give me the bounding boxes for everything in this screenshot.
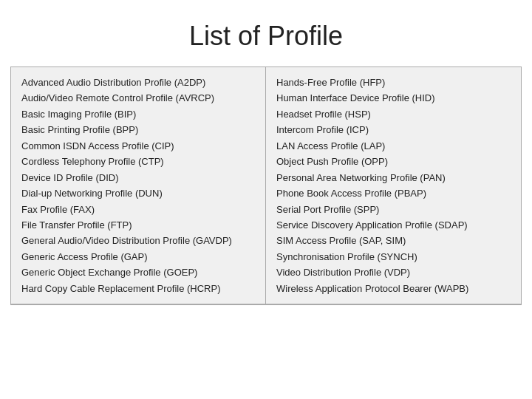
list-item: LAN Access Profile (LAP) xyxy=(276,138,511,154)
list-item: Human Interface Device Profile (HID) xyxy=(276,90,511,106)
list-item: Fax Profile (FAX) xyxy=(21,202,255,217)
list-item: Cordless Telephony Profile (CTP) xyxy=(21,154,255,169)
list-item: Video Distribution Profile (VDP) xyxy=(276,265,511,280)
list-item: Headset Profile (HSP) xyxy=(276,106,511,122)
list-item: Generic Object Exchange Profile (GOEP) xyxy=(21,265,255,280)
list-item: Intercom Profile (ICP) xyxy=(276,122,511,137)
profiles-table: Advanced Audio Distribution Profile (A2D… xyxy=(10,66,522,305)
list-item: Common ISDN Access Profile (CIP) xyxy=(21,138,255,154)
profiles-row: Advanced Audio Distribution Profile (A2D… xyxy=(11,67,521,304)
list-item: Service Discovery Application Profile (S… xyxy=(276,217,511,233)
list-item: Hands-Free Profile (HFP) xyxy=(276,75,511,90)
page-title: List of Profile xyxy=(0,0,532,66)
list-item: Synchronisation Profile (SYNCH) xyxy=(276,249,511,265)
list-item: File Transfer Profile (FTP) xyxy=(21,217,255,233)
list-item: Generic Access Profile (GAP) xyxy=(21,249,255,265)
left-column: Advanced Audio Distribution Profile (A2D… xyxy=(11,67,266,304)
list-item: Basic Printing Profile (BPP) xyxy=(21,122,255,137)
list-item: SIM Access Profile (SAP, SIM) xyxy=(276,233,511,248)
list-item: Hard Copy Cable Replacement Profile (HCR… xyxy=(21,281,255,296)
list-item: Device ID Profile (DID) xyxy=(21,170,255,185)
list-item: General Audio/Video Distribution Profile… xyxy=(21,233,255,248)
list-item: Personal Area Networking Profile (PAN) xyxy=(276,170,511,185)
list-item: Audio/Video Remote Control Profile (AVRC… xyxy=(21,90,255,106)
list-item: Serial Port Profile (SPP) xyxy=(276,202,511,217)
list-item: Dial-up Networking Profile (DUN) xyxy=(21,185,255,201)
list-item: Wireless Application Protocol Bearer (WA… xyxy=(276,281,511,296)
list-item: Phone Book Access Profile (PBAP) xyxy=(276,185,511,201)
list-item: Advanced Audio Distribution Profile (A2D… xyxy=(21,75,255,90)
list-item: Object Push Profile (OPP) xyxy=(276,154,511,169)
list-item: Basic Imaging Profile (BIP) xyxy=(21,106,255,122)
right-column: Hands-Free Profile (HFP)Human Interface … xyxy=(266,67,521,304)
